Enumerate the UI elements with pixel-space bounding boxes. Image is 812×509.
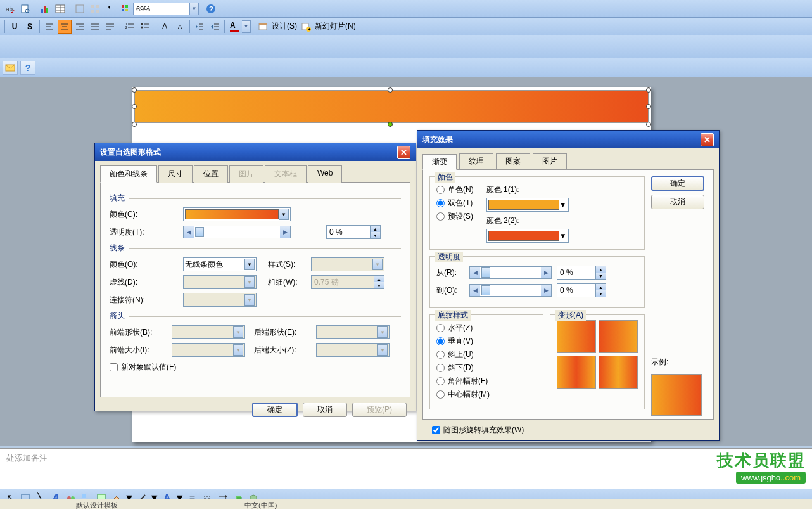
ok-button[interactable]: 确定 [651,176,704,191]
variant-1[interactable] [557,320,596,353]
research-icon[interactable] [18,2,32,16]
tab-size[interactable]: 尺寸 [158,165,193,183]
font-color-button[interactable]: A [227,20,241,34]
decrease-indent-button[interactable] [193,20,206,34]
radio-diag-up[interactable] [436,351,445,359]
dropdown-arrow-icon[interactable]: ▼ [279,209,289,220]
resize-handle[interactable] [646,87,651,93]
tab-color-line[interactable]: 颜色和线条 [100,165,157,183]
transparency-spinner[interactable]: ▲▼ [326,225,381,239]
slider-track[interactable] [194,226,280,238]
color-icon[interactable] [118,2,132,16]
show-hide-icon[interactable]: ¶ [103,2,117,16]
tab-position[interactable]: 位置 [194,165,228,183]
underline-button[interactable]: U [8,20,22,34]
dropdown-arrow-icon[interactable]: ▼ [559,231,567,240]
fill-color-combo[interactable]: ▼ [183,207,291,221]
dialog-titlebar[interactable]: 填充效果 ✕ [417,131,719,148]
distributed-button[interactable] [103,20,117,34]
variant-3[interactable] [557,356,596,389]
align-left-button[interactable] [42,20,56,34]
bullets-button[interactable] [138,20,152,34]
increase-indent-button[interactable] [208,20,222,34]
shadow-button[interactable]: S [23,20,37,34]
variant-4[interactable] [599,356,638,389]
to-slider[interactable]: ◀▶ [469,284,552,297]
spin-down[interactable]: ▼ [370,232,380,238]
cancel-button[interactable]: 取消 [303,403,347,417]
font-color-dropdown[interactable]: ▼ [242,20,251,33]
slider-increase[interactable]: ▶ [280,226,290,238]
gradient-shape[interactable] [134,90,649,123]
help-icon[interactable]: ? [204,2,218,16]
radio-from-center[interactable] [436,390,445,399]
align-right-button[interactable] [73,20,87,34]
increase-font-button[interactable]: A [158,20,172,34]
zoom-combo[interactable]: 69% [133,3,190,15]
radio-horizontal[interactable] [436,324,445,332]
tab-textbox: 文本框 [265,165,307,183]
chart-icon[interactable] [38,2,52,16]
design-button[interactable] [256,20,270,34]
ok-button[interactable]: 确定 [252,403,298,417]
align-center-button[interactable] [58,20,72,34]
to-spinner[interactable]: ▲▼ [557,283,606,297]
variant-2[interactable] [599,320,638,353]
tab-pattern[interactable]: 图案 [496,153,530,169]
resize-handle[interactable] [132,122,137,127]
new-slide-label[interactable]: 新幻灯片(N) [315,21,356,32]
tab-texture[interactable]: 纹理 [459,153,493,169]
mail-icon[interactable] [3,61,18,75]
radio-vertical[interactable] [436,337,445,345]
transparency-value[interactable] [327,228,365,236]
from-slider[interactable]: ◀▶ [469,266,552,279]
default-checkbox[interactable] [110,363,118,371]
radio-diag-down[interactable] [436,364,445,372]
color2-combo[interactable]: ▼ [486,229,569,243]
close-button[interactable]: ✕ [397,146,410,159]
dialog-titlebar[interactable]: 设置自选图形格式 ✕ [95,143,416,161]
spin-up[interactable]: ▲ [370,226,380,232]
tab-picture[interactable]: 图片 [533,153,567,169]
radio-preset[interactable] [436,212,445,221]
tab-gradient[interactable]: 渐变 [422,154,457,170]
resize-handle[interactable] [388,87,393,93]
new-slide-button[interactable]: ✦ [299,20,313,34]
radio-two-color[interactable] [436,199,445,207]
slider-thumb[interactable] [195,227,204,237]
cancel-button[interactable]: 取消 [651,195,704,209]
color2-label: 颜色 2(2): [486,216,519,226]
resize-handle[interactable] [646,122,651,127]
grid-icon[interactable] [88,2,102,16]
notes-pane[interactable]: 处添加备注 [0,448,812,489]
separator [155,20,155,33]
zoom-dropdown-arrow[interactable]: ▼ [190,3,199,15]
table-icon[interactable] [53,2,67,16]
radio-one-color[interactable] [436,186,445,194]
rotate-handle[interactable] [388,122,393,127]
dropdown-arrow-icon[interactable]: ▼ [244,259,255,270]
resize-handle[interactable] [132,87,137,93]
justify-button[interactable] [88,20,102,34]
decrease-font-button[interactable]: A [173,20,187,34]
toolbar-formatting: U S 12 A A A ▼ 设计(S) ✦ 新幻灯片(N) [0,18,812,35]
tables-borders-icon[interactable] [73,2,87,16]
numbering-button[interactable]: 12 [123,20,137,34]
color1-combo[interactable]: ▼ [486,198,569,212]
radio-from-corner[interactable] [436,377,445,385]
transparency-legend: 透明度 [435,252,463,262]
help-button[interactable]: ? [20,61,35,75]
tab-picture: 图片 [229,165,263,183]
resize-handle[interactable] [132,104,137,109]
line-color-combo[interactable]: 无线条颜色 ▼ [183,257,257,271]
close-button[interactable]: ✕ [701,133,714,146]
rotate-checkbox[interactable] [432,426,440,434]
design-label[interactable]: 设计(S) [272,21,297,32]
transparency-slider[interactable]: ◀ ▶ [183,226,291,238]
from-spinner[interactable]: ▲▼ [557,266,606,280]
spellcheck-icon[interactable]: ab [3,2,17,16]
dropdown-arrow-icon[interactable]: ▼ [559,200,567,209]
tab-web[interactable]: Web [308,165,342,183]
slider-decrease[interactable]: ◀ [184,226,194,238]
resize-handle[interactable] [646,104,651,109]
